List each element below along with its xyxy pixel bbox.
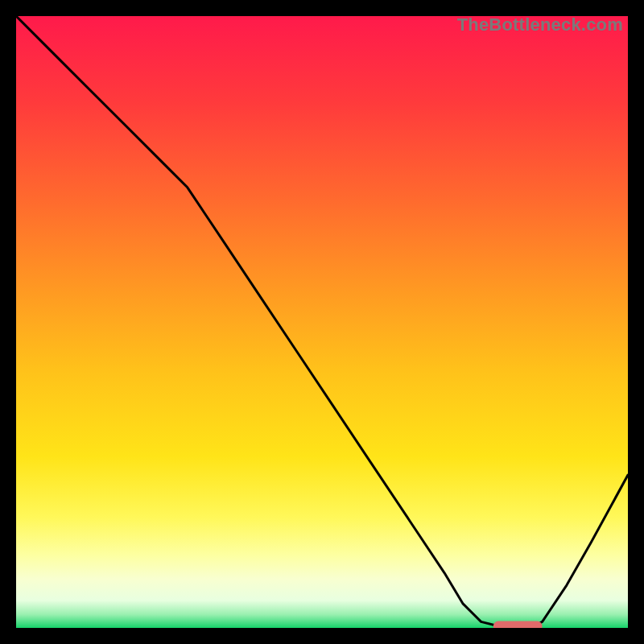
watermark-text: TheBottleneck.com <box>457 14 623 35</box>
chart-svg <box>16 16 628 628</box>
chart-frame: TheBottleneck.com <box>16 16 628 628</box>
optimal-marker <box>493 621 543 628</box>
